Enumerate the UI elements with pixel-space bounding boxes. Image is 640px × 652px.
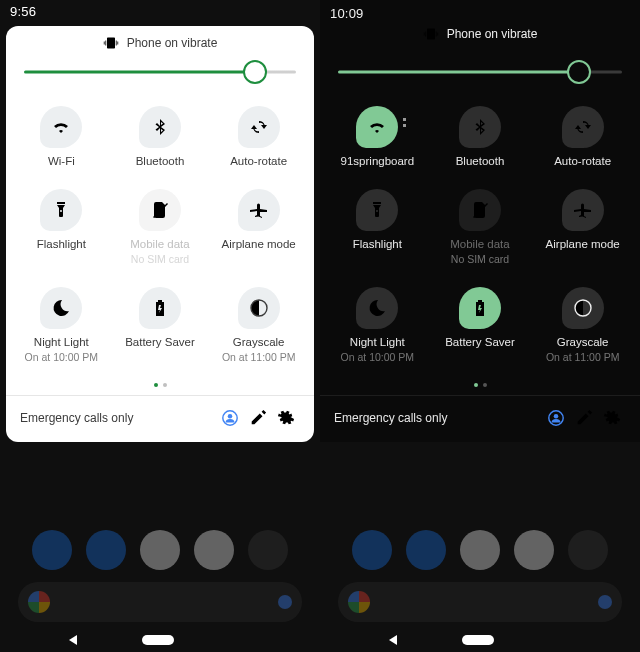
nav-bar xyxy=(320,628,640,652)
google-logo-icon xyxy=(28,591,50,613)
qs-tile-rotate[interactable]: Auto-rotate xyxy=(209,98,308,181)
app-play-icon[interactable] xyxy=(140,530,180,570)
settings-button[interactable] xyxy=(272,404,300,432)
qs-tile-airplane[interactable]: Airplane mode xyxy=(209,181,308,279)
settings-button[interactable] xyxy=(598,404,626,432)
nav-back-button[interactable] xyxy=(389,635,397,645)
qs-tile-airplane[interactable]: Airplane mode xyxy=(531,181,634,279)
nav-back-button[interactable] xyxy=(69,635,77,645)
app-messages-icon[interactable] xyxy=(406,530,446,570)
battery-icon xyxy=(139,287,181,329)
qs-tile-battery[interactable]: Battery Saver xyxy=(429,279,532,377)
qs-tile-flashlight[interactable]: Flashlight xyxy=(12,181,111,279)
rotate-icon xyxy=(238,106,280,148)
qs-tile-sim[interactable]: Mobile dataNo SIM card xyxy=(429,181,532,279)
brightness-thumb[interactable] xyxy=(243,60,267,84)
qs-tile-bluetooth[interactable]: Bluetooth xyxy=(111,98,210,181)
ringer-status-row[interactable]: Phone on vibrate xyxy=(6,26,314,60)
app-phone-icon[interactable] xyxy=(32,530,72,570)
nav-bar xyxy=(0,628,320,652)
qs-tile-wifi[interactable]: 91springboard xyxy=(326,98,429,181)
brightness-slider[interactable] xyxy=(338,60,622,84)
qs-tile-label: Wi-Fi xyxy=(48,154,75,169)
rotate-icon xyxy=(562,106,604,148)
screenshot-dark: 10:09 Phone on vibrate 91springboardBlue… xyxy=(320,0,640,652)
page-indicator xyxy=(320,379,640,395)
bluetooth-icon xyxy=(139,106,181,148)
qs-tile-label: Bluetooth xyxy=(136,154,185,169)
qs-tile-contrast[interactable]: GrayscaleOn at 11:00 PM xyxy=(531,279,634,377)
airplane-icon xyxy=(562,189,604,231)
brightness-thumb[interactable] xyxy=(567,60,591,84)
wifi-icon xyxy=(40,106,82,148)
qs-tile-contrast[interactable]: GrayscaleOn at 11:00 PM xyxy=(209,279,308,377)
qs-tile-sublabel: On at 10:00 PM xyxy=(25,351,99,363)
qs-tile-moon[interactable]: Night LightOn at 10:00 PM xyxy=(12,279,111,377)
qs-tile-label: Night LightOn at 10:00 PM xyxy=(341,335,415,365)
app-dock xyxy=(320,530,640,570)
app-messages-icon[interactable] xyxy=(86,530,126,570)
contrast-icon xyxy=(562,287,604,329)
app-phone-icon[interactable] xyxy=(352,530,392,570)
battery-icon xyxy=(459,287,501,329)
qs-tile-label: Night LightOn at 10:00 PM xyxy=(25,335,99,365)
quick-settings-panel: Phone on vibrate Wi-FiBluetoothAuto-rota… xyxy=(6,26,314,442)
vibrate-icon xyxy=(423,26,439,42)
qs-tile-wifi[interactable]: Wi-Fi xyxy=(12,98,111,181)
qs-tile-label: Battery Saver xyxy=(125,335,195,350)
app-chrome-icon[interactable] xyxy=(194,530,234,570)
qs-tile-sublabel: No SIM card xyxy=(451,253,509,265)
edit-tiles-button[interactable] xyxy=(570,404,598,432)
qs-tile-label: Auto-rotate xyxy=(230,154,287,169)
search-bar[interactable] xyxy=(18,582,302,622)
screenshot-light: 9:56 Phone on vibrate Wi-FiBluetoothAuto… xyxy=(0,0,320,652)
qs-tile-label: GrayscaleOn at 11:00 PM xyxy=(222,335,296,365)
app-play-icon[interactable] xyxy=(460,530,500,570)
app-dock xyxy=(0,530,320,570)
qs-tile-label: 91springboard xyxy=(341,154,415,169)
flashlight-icon xyxy=(356,189,398,231)
status-time: 10:09 xyxy=(330,6,364,21)
network-status-label: Emergency calls only xyxy=(334,411,542,425)
search-bar[interactable] xyxy=(338,582,622,622)
ringer-status-label: Phone on vibrate xyxy=(127,36,218,50)
qs-tile-battery[interactable]: Battery Saver xyxy=(111,279,210,377)
qs-tile-sim[interactable]: Mobile dataNo SIM card xyxy=(111,181,210,279)
ringer-status-row[interactable]: Phone on vibrate xyxy=(320,0,640,60)
flashlight-icon xyxy=(40,189,82,231)
qs-tile-grid: Wi-FiBluetoothAuto-rotateFlashlightMobil… xyxy=(6,92,314,379)
qs-tile-label: Airplane mode xyxy=(222,237,296,252)
quick-settings-panel: 10:09 Phone on vibrate 91springboardBlue… xyxy=(320,0,640,442)
app-camera-icon[interactable] xyxy=(248,530,288,570)
qs-footer: Emergency calls only xyxy=(6,395,314,442)
network-status-label: Emergency calls only xyxy=(20,411,216,425)
qs-tile-label: Battery Saver xyxy=(445,335,515,350)
qs-tile-sublabel: On at 11:00 PM xyxy=(546,351,620,363)
qs-tile-rotate[interactable]: Auto-rotate xyxy=(531,98,634,181)
qs-tile-bluetooth[interactable]: Bluetooth xyxy=(429,98,532,181)
qs-tile-moon[interactable]: Night LightOn at 10:00 PM xyxy=(326,279,429,377)
ringer-status-label: Phone on vibrate xyxy=(447,27,538,41)
airplane-icon xyxy=(238,189,280,231)
nav-home-pill[interactable] xyxy=(462,635,494,645)
bluetooth-icon xyxy=(459,106,501,148)
qs-tile-label: Flashlight xyxy=(37,237,86,252)
page-indicator xyxy=(6,379,314,395)
vibrate-icon xyxy=(103,35,119,51)
app-camera-icon[interactable] xyxy=(568,530,608,570)
google-logo-icon xyxy=(348,591,370,613)
brightness-slider[interactable] xyxy=(24,60,296,84)
qs-tile-sublabel: On at 10:00 PM xyxy=(341,351,415,363)
user-switch-button[interactable] xyxy=(542,404,570,432)
nav-home-pill[interactable] xyxy=(142,635,174,645)
assistant-icon xyxy=(278,595,292,609)
user-switch-button[interactable] xyxy=(216,404,244,432)
app-chrome-icon[interactable] xyxy=(514,530,554,570)
qs-tile-sublabel: No SIM card xyxy=(131,253,189,265)
qs-tile-flashlight[interactable]: Flashlight xyxy=(326,181,429,279)
edit-tiles-button[interactable] xyxy=(244,404,272,432)
contrast-icon xyxy=(238,287,280,329)
qs-tile-label: Mobile dataNo SIM card xyxy=(450,237,509,267)
qs-tile-sublabel: On at 11:00 PM xyxy=(222,351,296,363)
sim-icon xyxy=(139,189,181,231)
